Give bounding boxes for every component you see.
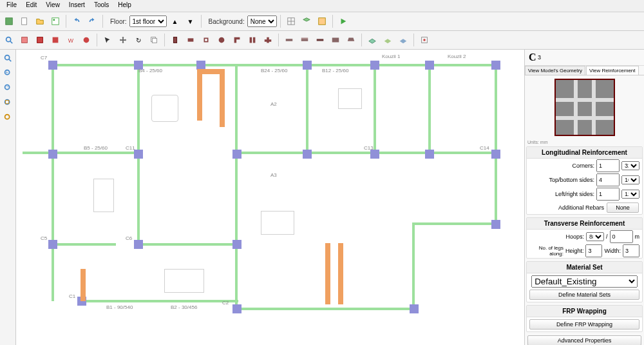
col-label: C11 xyxy=(126,145,135,151)
room-label: Kouzii 1 xyxy=(382,54,400,59)
define-materials-button[interactable]: Define Material Sets xyxy=(529,290,639,300)
svg-rect-27 xyxy=(332,38,339,43)
new-icon[interactable] xyxy=(17,14,32,28)
pan-icon[interactable] xyxy=(1,111,14,124)
beam-tool-icon[interactable] xyxy=(298,33,312,47)
legs-h[interactable] xyxy=(585,244,602,257)
col-label: C6 xyxy=(126,235,132,241)
col-tool-icon[interactable] xyxy=(245,33,260,47)
beam-tool-icon[interactable] xyxy=(344,33,358,47)
topbot-input[interactable] xyxy=(596,173,620,186)
zoom-icon[interactable] xyxy=(2,33,16,47)
layers-icon[interactable] xyxy=(299,14,314,28)
menu-file[interactable]: File xyxy=(3,1,21,11)
grid-icon[interactable] xyxy=(284,14,298,28)
save-icon[interactable] xyxy=(2,14,16,28)
col-label: C2 xyxy=(222,300,229,306)
tab-geometry[interactable]: View Model's Geometry xyxy=(525,66,585,75)
zoom-in-icon[interactable]: + xyxy=(1,66,14,79)
hoops-spacing[interactable] xyxy=(610,230,633,243)
tool-icon[interactable] xyxy=(33,33,47,47)
col-label: C7 xyxy=(41,55,47,61)
leftright-dia[interactable]: 12mm xyxy=(621,190,639,199)
col-tool-icon[interactable] xyxy=(168,33,182,47)
room-label: A2 xyxy=(270,101,277,107)
zoom-window-icon[interactable] xyxy=(1,96,14,109)
beam-label: B12 - 25/60 xyxy=(322,68,348,74)
topbot-dia[interactable]: 16mm xyxy=(621,175,639,184)
tool-icon[interactable]: W xyxy=(64,33,78,47)
beam-tool-icon[interactable] xyxy=(282,33,296,47)
cross-section-preview xyxy=(554,79,615,136)
svg-point-30 xyxy=(5,55,10,60)
define-frp-button[interactable]: Define FRP Wrapping xyxy=(529,319,639,330)
template-icon[interactable] xyxy=(48,14,62,28)
select-icon[interactable] xyxy=(100,33,115,47)
col-tool-icon[interactable] xyxy=(261,33,275,47)
col-tool-icon[interactable] xyxy=(184,33,198,47)
section-longitudinal: Longitudinal Reinforcement xyxy=(527,147,642,159)
slab-tool-icon[interactable] xyxy=(381,33,395,47)
beam-label: B24 - 25/60 xyxy=(261,68,287,74)
tool-icon[interactable] xyxy=(48,33,62,47)
svg-rect-18 xyxy=(188,38,194,41)
tool-icon[interactable] xyxy=(17,33,32,47)
background-select[interactable]: None xyxy=(247,15,277,27)
svg-rect-7 xyxy=(318,18,325,25)
svg-rect-20 xyxy=(205,39,207,41)
legs-w[interactable] xyxy=(623,244,639,257)
col-tool-icon[interactable] xyxy=(199,33,213,47)
col-tool-icon[interactable] xyxy=(214,33,229,47)
menu-view[interactable]: View xyxy=(42,1,64,11)
floor-down-icon[interactable]: ▼ xyxy=(184,14,198,28)
background-label: Background: xyxy=(209,18,245,25)
drawing-canvas[interactable]: C7 B4 - 25/60 B24 - 25/60 B12 - 25/60 Ko… xyxy=(16,50,524,345)
svg-rect-1 xyxy=(22,18,27,25)
copy-icon[interactable] xyxy=(147,33,161,47)
menu-edit[interactable]: Edit xyxy=(22,1,41,11)
additional-rebars-button[interactable]: None xyxy=(607,202,639,213)
left-toolbar: + − xyxy=(0,50,16,345)
corners-input[interactable] xyxy=(596,159,620,172)
room-label: Kouzii 2 xyxy=(448,54,466,59)
svg-rect-2 xyxy=(52,18,59,25)
rotate-icon[interactable]: ↻ xyxy=(131,33,146,47)
floor-up-icon[interactable]: ▲ xyxy=(168,14,182,28)
beam-tool-icon[interactable] xyxy=(328,33,343,47)
slab-tool-icon[interactable] xyxy=(396,33,410,47)
beam-tool-icon[interactable] xyxy=(313,33,327,47)
svg-text:−: − xyxy=(6,84,8,89)
menu-help[interactable]: Help xyxy=(114,1,135,11)
menu-insert[interactable]: Insert xyxy=(65,1,89,11)
zoom-out-icon[interactable]: − xyxy=(1,81,14,94)
redo-icon[interactable] xyxy=(85,14,99,28)
advanced-properties-button[interactable]: Advanced Properties xyxy=(527,335,641,345)
leftright-input[interactable] xyxy=(596,188,620,201)
units-label: Units: mm xyxy=(525,139,644,145)
hoops-dia[interactable]: 8mm xyxy=(586,232,604,241)
slab-tool-icon[interactable] xyxy=(365,33,379,47)
svg-point-8 xyxy=(6,37,11,42)
svg-text:W: W xyxy=(68,37,74,44)
menu-bar: File Edit View Insert Tools Help xyxy=(0,0,644,12)
menu-tools[interactable]: Tools xyxy=(90,1,113,11)
corners-dia[interactable]: 32mm xyxy=(621,161,639,170)
section-frp: FRP Wrapping xyxy=(527,306,642,317)
properties-panel: C 3 View Model's Geometry View Reinforce… xyxy=(524,50,644,345)
props-icon[interactable] xyxy=(315,14,329,28)
room-label: A3 xyxy=(270,172,277,178)
floor-select[interactable]: 1st floor xyxy=(129,15,167,27)
beam-label: B1 - 90/540 xyxy=(106,304,133,310)
svg-rect-12 xyxy=(53,37,59,43)
col-tool-icon[interactable] xyxy=(230,33,244,47)
svg-point-29 xyxy=(423,39,426,41)
zoom-extents-icon[interactable] xyxy=(1,52,14,64)
run-icon[interactable] xyxy=(336,14,350,28)
move-icon[interactable] xyxy=(116,33,130,47)
tool-icon[interactable] xyxy=(79,33,93,47)
undo-icon[interactable] xyxy=(70,14,84,28)
material-select[interactable]: Default_Existing xyxy=(531,275,638,288)
load-tool-icon[interactable] xyxy=(417,33,431,47)
tab-reinforcement[interactable]: View Reinforcement xyxy=(586,66,638,75)
open-icon[interactable] xyxy=(33,14,47,28)
